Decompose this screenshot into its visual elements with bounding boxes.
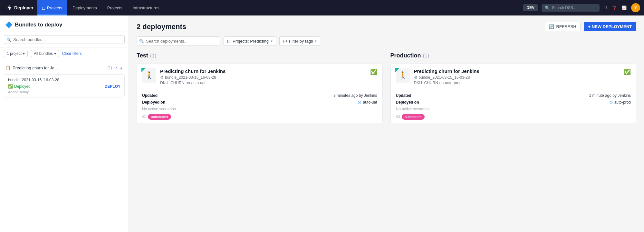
help-icon[interactable]: ❓ <box>612 5 617 10</box>
project-group-header: 📋 Predicting churn for Je... (1) ↗ ▲ <box>4 63 125 72</box>
refresh-icon: 🔄 <box>549 24 554 29</box>
production-column: Production (1) 🚶 Predicting churn for Je… <box>390 52 637 123</box>
depl-deployed-on-test: Deployed on ⊙ auto-uat <box>142 100 377 105</box>
main-header: 2 deployments 🔄 REFRESH + NEW DEPLOYMENT <box>137 22 636 31</box>
project-filter-dropdown[interactable]: ◻ Projects: Predicting ▾ <box>224 36 276 46</box>
collapse-icon[interactable]: ▲ <box>119 66 123 70</box>
updated-value-prod: 1 minute ago by Jenkins <box>589 93 631 98</box>
bundle-search-input[interactable] <box>4 35 125 44</box>
prod-col-count: (1) <box>423 53 429 59</box>
no-scenarios-test: No active scenarios <box>142 107 377 111</box>
tag-badge-prod[interactable]: automated <box>402 114 425 120</box>
tab-infrastructures-label: Infrastructures <box>133 5 159 10</box>
bundle-status: ✅ Deployed <box>8 84 31 89</box>
deployed-on-label-prod: Deployed on <box>396 100 419 105</box>
depl-tags-test: 🏷 automated <box>142 114 377 120</box>
tab-deployments[interactable]: Deployments <box>68 0 101 15</box>
deployment-card-prod: 🚶 Predicting churn for Jenkins ⚙ bundle_… <box>390 64 637 123</box>
depl-check-prod: ✅ <box>624 68 631 76</box>
model-icon-test: 🚶 <box>145 71 154 80</box>
tag-badge-test[interactable]: automated <box>148 114 171 120</box>
depl-name-prod[interactable]: Predicting churn for Jenkins <box>414 68 620 74</box>
sidebar-filters: 1 project ▾ All bundles ▾ Clear filters <box>0 47 129 60</box>
deployment-search-input[interactable] <box>137 36 220 46</box>
tab-projects-link-label: Projects <box>107 5 122 10</box>
tab-projects-label: Projects <box>47 5 62 10</box>
new-deployment-button[interactable]: + NEW DEPLOYMENT <box>584 22 636 31</box>
depl-tags-prod: 🏷 automated <box>396 114 631 120</box>
user-avatar[interactable]: Y <box>631 3 640 12</box>
global-search[interactable]: 🔍 Search DSS... <box>542 4 600 12</box>
env-badge[interactable]: DEV <box>523 4 538 11</box>
clear-filters-btn[interactable]: Clear filters <box>62 51 82 56</box>
search-placeholder: Search DSS... <box>552 5 576 10</box>
tab-projects-link[interactable]: Projects <box>103 0 127 15</box>
deployments-title: 2 deployments <box>137 23 186 31</box>
sidebar-search-area: 🔍 <box>0 32 129 47</box>
depl-icon-test: 🚶 <box>142 68 156 83</box>
bundle-status-label: Deployed <box>14 84 31 89</box>
app-logo[interactable]: Deployer <box>4 5 36 11</box>
deployment-card-test: 🚶 Predicting churn for Jenkins ⚙ bundle_… <box>137 64 383 123</box>
depl-info-test: Predicting churn for Jenkins ⚙ bundle_20… <box>160 68 366 85</box>
depl-card-body-test: Updated 3 minutes ago by Jenkins Deploye… <box>137 90 382 123</box>
deployment-search-wrap: 🔍 <box>137 36 220 46</box>
topnav: Deployer ◻ Projects Deployments Projects… <box>0 0 644 15</box>
bundle-icon-prod: ⚙ <box>414 75 418 80</box>
bundles-filter-btn[interactable]: All bundles ▾ <box>31 50 59 57</box>
project-name: Predicting churn for Je... <box>13 66 105 70</box>
main-content: 2 deployments 🔄 REFRESH + NEW DEPLOYMENT… <box>129 15 644 232</box>
depl-bundle-prod: ⚙ bundle_2021-03-15_16-03-28 <box>414 75 620 80</box>
bundles-icon: 🔷 <box>5 21 12 28</box>
depl-check-test: ✅ <box>370 68 377 76</box>
depl-deployed-on-prod: Deployed on ⊙ auto-prod <box>396 100 631 105</box>
deploy-button[interactable]: DEPLOY <box>105 84 120 89</box>
test-col-count: (1) <box>150 53 157 59</box>
bundle-id: bundle_2021-03-15_16-03-28 <box>8 78 120 82</box>
project-filter-value: Projects: Predicting <box>233 39 269 44</box>
updated-value-test: 3 minutes ago by Jenkins <box>333 93 377 98</box>
depl-infra-test: DKU_CHURN-on-auto-uat <box>160 81 366 85</box>
sidebar: 🔷 Bundles to deploy 🔍 1 project ▾ All bu… <box>0 15 129 232</box>
depl-card-top-test: 🚶 Predicting churn for Jenkins ⚙ bundle_… <box>137 64 382 90</box>
chevron-down-icon: ▾ <box>23 51 25 56</box>
tab-infrastructures[interactable]: Infrastructures <box>128 0 164 15</box>
app-layout: 🔷 Bundles to deploy 🔍 1 project ▾ All bu… <box>0 15 644 232</box>
tab-projects[interactable]: ◻ Projects <box>37 0 67 15</box>
bundle-id-prod: bundle_2021-03-15_16-03-28 <box>419 75 470 80</box>
check-icon: ✅ <box>8 84 13 89</box>
bundles-filter-label: All bundles <box>34 51 53 56</box>
depl-bundle-test: ⚙ bundle_2021-03-15_16-03-28 <box>160 75 366 80</box>
updated-label-test: Updated <box>142 93 158 98</box>
sidebar-search-icon: 🔍 <box>6 37 11 42</box>
chevron-down-icon-4: ▾ <box>315 39 317 43</box>
tag-filter-dropdown[interactable]: 🏷 Filter by tags ▾ <box>279 36 320 46</box>
refresh-button[interactable]: 🔄 REFRESH <box>545 22 580 31</box>
search-icon: 🔍 <box>545 5 550 10</box>
refresh-label: REFRESH <box>556 24 576 29</box>
depl-info-prod: Predicting churn for Jenkins ⚙ bundle_20… <box>414 68 620 85</box>
infra-icon-prod: ⊙ <box>609 100 613 105</box>
project-filter-btn[interactable]: 1 project ▾ <box>4 50 28 57</box>
depl-updated-prod: Updated 1 minute ago by Jenkins <box>396 93 631 98</box>
activity-icon[interactable]: 📈 <box>621 5 627 10</box>
updated-label-prod: Updated <box>396 93 411 98</box>
tab-deployments-label: Deployments <box>72 5 97 10</box>
depl-icon-prod: 🚶 <box>396 68 410 83</box>
bundle-id-test: bundle_2021-03-15_16-03-28 <box>165 75 216 80</box>
model-icon-prod: 🚶 <box>399 71 407 80</box>
chevron-down-icon-3: ▾ <box>271 39 273 43</box>
test-column: Test (1) 🚶 Predicting churn for Jenkins … <box>137 52 383 123</box>
tag-icon: 🏷 <box>283 39 287 44</box>
deployed-on-label-test: Deployed on <box>142 100 165 105</box>
depl-name-test[interactable]: Predicting churn for Jenkins <box>160 68 366 74</box>
avatar-letter: Y <box>634 5 637 10</box>
depl-updated-test: Updated 3 minutes ago by Jenkins <box>142 93 377 98</box>
deployed-on-value-prod: ⊙ auto-prod <box>609 100 631 105</box>
test-col-name: Test <box>137 52 148 59</box>
chevron-down-icon-2: ▾ <box>54 51 56 56</box>
grid-icon[interactable]: ⠿ <box>604 5 607 10</box>
no-scenarios-prod: No active scenarios <box>396 107 631 111</box>
external-link-icon[interactable]: ↗ <box>114 66 117 70</box>
topnav-icons: ⠿ ❓ 📈 Y <box>604 3 640 12</box>
